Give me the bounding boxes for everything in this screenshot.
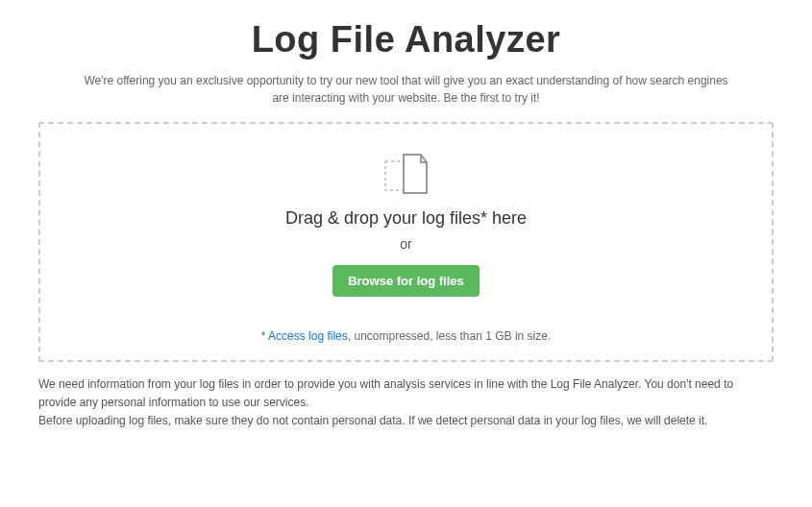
page-title: Log File Analyzer: [38, 19, 774, 60]
access-log-files-link[interactable]: Access log files: [268, 329, 348, 343]
page-subtitle: We're offering you an exclusive opportun…: [80, 72, 733, 107]
file-stack-icon: [384, 153, 429, 195]
legal-paragraph-2: Before uploading log files, make sure th…: [38, 412, 774, 430]
browse-button[interactable]: Browse for log files: [332, 265, 480, 297]
legal-text-block: We need information from your log files …: [38, 375, 774, 431]
file-icon-group: [60, 153, 752, 195]
footnote-suffix: , uncompressed, less than 1 GB in size.: [348, 329, 551, 343]
dropzone[interactable]: Drag & drop your log files* here or Brow…: [38, 122, 774, 362]
legal-paragraph-1: We need information from your log files …: [38, 375, 774, 412]
drop-instruction: Drag & drop your log files* here: [60, 208, 752, 229]
drop-or-separator: or: [60, 236, 752, 252]
dropzone-footnote: * Access log files, uncompressed, less t…: [60, 329, 752, 343]
footnote-prefix: *: [261, 329, 268, 343]
